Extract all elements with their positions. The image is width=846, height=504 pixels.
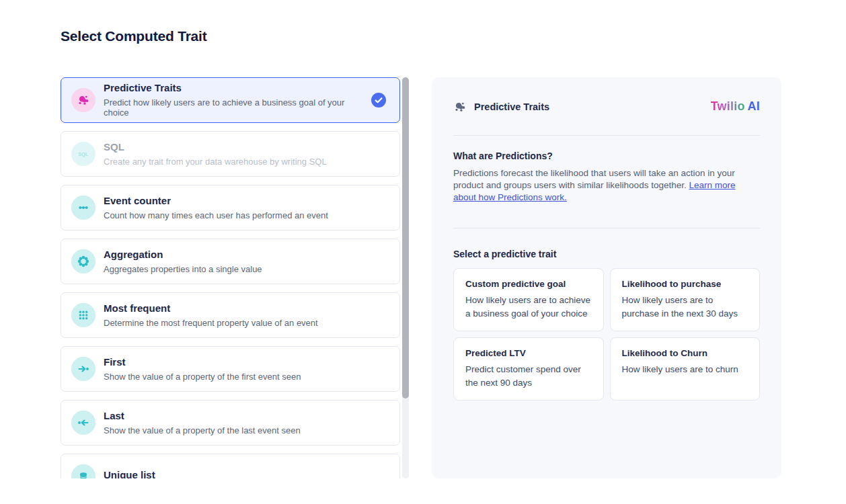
scrollbar-thumb[interactable] [402,77,409,398]
trait-title: Last [104,410,386,423]
select-predictive-trait-heading: Select a predictive trait [453,249,760,259]
last-icon [71,411,95,435]
trait-title: Unique list [104,469,386,478]
trait-title: Most frequent [104,302,386,315]
card-description: How likely users are to purchase in the … [622,294,748,321]
trait-list: Predictive Traits Predict how likely use… [61,77,400,478]
card-description: How likely users are to churn [622,363,748,376]
predictive-trait-card-custom-predictive-goal[interactable]: Custom predictive goal How likely users … [453,268,604,331]
first-icon [71,357,95,381]
trait-description: Predict how likely users are to achieve … [104,97,364,118]
trait-list-item-most-frequent[interactable]: Most frequent Determine the most frequen… [61,292,400,338]
trait-list-item-unique-list[interactable]: Unique list [61,454,400,478]
trait-list-item-event-counter[interactable]: Event counter Count how many times each … [61,185,400,230]
detail-panel-title: Predictive Traits [474,101,549,112]
predictive-trait-card-predicted-ltv[interactable]: Predicted LTV Predict customer spend ove… [453,337,604,401]
trait-list-item-predictive-traits[interactable]: Predictive Traits Predict how likely use… [61,77,400,123]
twilio-wordmark: Twilio [711,99,745,113]
predictive-trait-card-likelihood-to-churn[interactable]: Likelihood to Churn How likely users are… [610,337,761,401]
trait-title: First [104,356,386,369]
predictive-traits-icon [453,100,467,114]
svg-text:SQL: SQL [78,151,89,157]
trait-description: Count how many times each user has perfo… [104,210,386,221]
trait-title: SQL [104,141,386,154]
card-title: Likelihood to purchase [622,279,748,289]
trait-title: Predictive Traits [104,82,364,95]
predictive-traits-detail-panel: Predictive Traits TwilioAI What are Pred… [432,77,781,478]
predictive-trait-cards: Custom predictive goal How likely users … [453,268,760,401]
predictive-traits-icon [71,88,95,112]
unique-list-icon [71,464,95,478]
sql-icon: SQL [71,142,95,166]
card-title: Custom predictive goal [465,279,592,289]
card-title: Predicted LTV [465,348,592,358]
page-title: Select Computed Trait [61,28,846,44]
predictions-heading: What are Predictions? [453,151,760,161]
trait-description: Determine the most frequent property val… [104,318,386,329]
card-description: How likely users are to achieve a busine… [465,294,592,321]
trait-title: Event counter [104,195,386,208]
aggregation-icon [71,249,95,274]
trait-list-item-aggregation[interactable]: Aggregation Aggregates properties into a… [61,239,400,284]
trait-description: Aggregates properties into a single valu… [104,264,386,275]
selected-check-icon [371,93,386,108]
most-frequent-icon [71,303,95,327]
trait-description: Show the value of a property of the last… [104,425,386,436]
select-computed-trait-layout: Predictive Traits Predict how likely use… [61,77,846,478]
trait-list-scrollbar[interactable] [402,77,409,478]
ai-wordmark: AI [748,99,760,113]
header-divider [453,135,760,136]
twilio-ai-logo: TwilioAI [711,99,760,114]
card-description: Predict customer spend over the next 90 … [465,363,592,390]
trait-list-item-last[interactable]: Last Show the value of a property of the… [61,400,400,446]
predictive-trait-card-likelihood-to-purchase[interactable]: Likelihood to purchase How likely users … [610,268,761,331]
trait-description: Create any trait from your data warehous… [104,157,386,167]
trait-title: Aggregation [104,249,386,261]
trait-list-item-sql: SQL SQL Create any trait from your data … [61,131,400,177]
section-divider [453,228,760,228]
trait-description: Show the value of a property of the firs… [104,372,386,382]
event-counter-icon [71,196,95,220]
card-title: Likelihood to Churn [622,348,748,358]
predictions-description: Predictions forecast the likelihood that… [453,167,760,204]
detail-panel-header: Predictive Traits TwilioAI [453,99,760,114]
trait-list-item-first[interactable]: First Show the value of a property of th… [61,346,400,392]
